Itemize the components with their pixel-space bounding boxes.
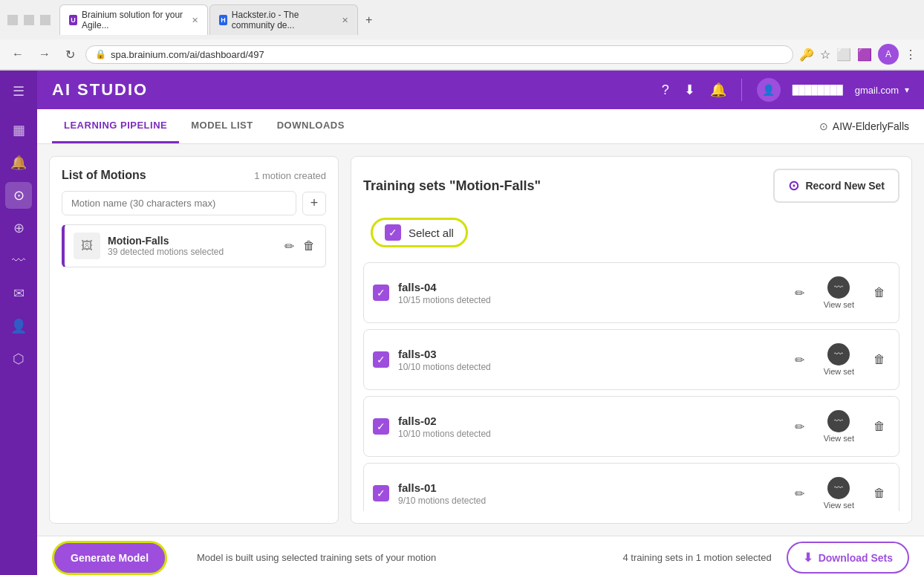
toolbar-icons: 🔑 ☆ ⬜ 🟪 A ⋮ bbox=[799, 44, 917, 65]
user-dropdown-icon[interactable]: ▾ bbox=[905, 85, 909, 95]
user-email: gmail.com bbox=[855, 85, 899, 96]
header-divider bbox=[741, 79, 742, 101]
set-name-falls04: falls-04 bbox=[398, 281, 781, 293]
set-sub-falls02: 10/10 motions detected bbox=[398, 429, 781, 439]
sidebar-code-icon[interactable]: ⬡ bbox=[5, 345, 32, 372]
tab-model-list[interactable]: MODEL LIST bbox=[179, 109, 264, 143]
star-icon[interactable]: ☆ bbox=[820, 48, 830, 62]
sidebar-notification-icon[interactable]: 🔔 bbox=[5, 149, 32, 176]
tab2-label: Hackster.io - The community de... bbox=[232, 10, 334, 30]
project-name-label: AIW-ElderlyFalls bbox=[833, 120, 909, 132]
browser-toolbar: ← → ↻ 🔒 spa.brainium.com/ai/dashboard/49… bbox=[0, 39, 924, 70]
training-set-item: ✓ falls-04 10/15 motions detected ✏ 〰 Vi… bbox=[363, 262, 899, 323]
record-new-set-button[interactable]: ⊙ Record New Set bbox=[773, 169, 899, 203]
edit-motion-button[interactable]: ✏ bbox=[283, 238, 296, 255]
motion-actions: ✏ 🗑 bbox=[283, 238, 316, 255]
set-checkbox-falls01[interactable]: ✓ bbox=[373, 485, 389, 501]
motion-name-input[interactable] bbox=[62, 191, 296, 215]
tab-learning-pipeline[interactable]: LEARNING PIPELINE bbox=[52, 109, 179, 143]
motion-info: Motion-Falls 39 detected motions selecte… bbox=[108, 235, 276, 257]
set-name-falls01: falls-01 bbox=[398, 481, 781, 494]
view-set-falls01[interactable]: 〰 View set bbox=[818, 474, 860, 511]
browser-tab-2[interactable]: H Hackster.io - The community de... ✕ bbox=[209, 4, 358, 35]
generate-model-button[interactable]: Generate Model bbox=[52, 541, 167, 575]
delete-set-falls04[interactable]: 🗑 bbox=[869, 283, 890, 302]
motion-name: Motion-Falls bbox=[108, 235, 276, 247]
sidebar-mail-icon[interactable]: ✉ bbox=[5, 280, 32, 307]
motion-thumbnail: 🖼 bbox=[74, 233, 100, 259]
extension-icon[interactable]: 🟪 bbox=[857, 48, 872, 62]
training-sets-list: ✓ falls-04 10/15 motions detected ✏ 〰 Vi… bbox=[363, 262, 899, 511]
help-icon[interactable]: ? bbox=[662, 82, 669, 98]
user-menu[interactable]: 👤 ████████ gmail.com ▾ bbox=[757, 78, 909, 102]
set-name-falls02: falls-02 bbox=[398, 415, 781, 427]
download-header-icon[interactable]: ⬇ bbox=[684, 82, 695, 98]
view-set-label-falls01: View set bbox=[824, 501, 854, 510]
tab2-favicon: H bbox=[219, 15, 227, 25]
set-actions-falls01: ✏ bbox=[790, 484, 809, 504]
tab-downloads[interactable]: DOWNLOADS bbox=[265, 109, 357, 143]
share-icon[interactable]: ⬜ bbox=[836, 48, 851, 62]
panel-header: List of Motions 1 motion created bbox=[62, 169, 326, 182]
back-button[interactable]: ← bbox=[7, 46, 28, 62]
sidebar-dashboard-icon[interactable]: ▦ bbox=[5, 117, 32, 143]
tab1-close[interactable]: ✕ bbox=[192, 16, 198, 25]
delete-motion-button[interactable]: 🗑 bbox=[302, 238, 316, 255]
download-sets-button[interactable]: ⬇ Download Sets bbox=[787, 542, 909, 574]
training-set-item: ✓ falls-01 9/10 motions detected ✏ 〰 Vie… bbox=[363, 463, 899, 511]
edit-set-falls02[interactable]: ✏ bbox=[790, 417, 809, 437]
view-set-icon-falls01: 〰 bbox=[827, 477, 850, 499]
tab2-close[interactable]: ✕ bbox=[342, 16, 348, 25]
edit-set-falls03[interactable]: ✏ bbox=[790, 350, 809, 370]
browser-tab-1[interactable]: U Brainium solution for your Agile... ✕ bbox=[59, 4, 208, 35]
set-info-falls03: falls-03 10/10 motions detected bbox=[398, 348, 781, 372]
training-panel: Training sets "Motion-Falls" ⊙ Record Ne… bbox=[351, 156, 912, 524]
forward-button[interactable]: → bbox=[34, 46, 55, 62]
key-icon[interactable]: 🔑 bbox=[799, 48, 814, 62]
bell-icon[interactable]: 🔔 bbox=[710, 82, 726, 98]
refresh-button[interactable]: ↻ bbox=[61, 46, 79, 63]
motion-sub: 39 detected motions selected bbox=[108, 247, 276, 257]
motion-count: 1 motion created bbox=[254, 170, 326, 181]
minimize-button[interactable] bbox=[7, 15, 18, 25]
panel-title: List of Motions bbox=[62, 169, 146, 182]
set-checkbox-falls02[interactable]: ✓ bbox=[373, 418, 389, 435]
select-all-checkbox[interactable]: ✓ bbox=[385, 224, 401, 241]
delete-set-falls02[interactable]: 🗑 bbox=[869, 417, 890, 436]
menu-icon[interactable]: ⋮ bbox=[905, 48, 917, 62]
header-actions: ? ⬇ 🔔 👤 ████████ gmail.com ▾ bbox=[662, 78, 909, 102]
edit-set-falls01[interactable]: ✏ bbox=[790, 484, 809, 504]
footer-status: 4 training sets in 1 motion selected bbox=[622, 552, 771, 563]
delete-set-falls01[interactable]: 🗑 bbox=[869, 484, 890, 503]
sidebar-settings-icon[interactable]: ⊕ bbox=[5, 215, 32, 241]
project-name: ⊙ AIW-ElderlyFalls bbox=[819, 120, 909, 132]
sidebar-ai-icon[interactable]: ⊙ bbox=[5, 182, 32, 209]
app-container: ☰ ▦ 🔔 ⊙ ⊕ 〰 ✉ 👤 ⬡ AI STUDIO ? ⬇ 🔔 👤 ████… bbox=[0, 71, 924, 575]
motion-item: 🖼 Motion-Falls 39 detected motions selec… bbox=[62, 224, 326, 267]
motion-input-row: + bbox=[62, 191, 326, 215]
sidebar-user-icon[interactable]: 👤 bbox=[5, 313, 32, 340]
add-motion-button[interactable]: + bbox=[302, 192, 326, 215]
view-set-falls02[interactable]: 〰 View set bbox=[818, 407, 860, 446]
new-tab-button[interactable]: + bbox=[359, 10, 378, 30]
avatar-icon[interactable]: A bbox=[878, 44, 899, 65]
set-name-falls03: falls-03 bbox=[398, 348, 781, 360]
view-set-falls03[interactable]: 〰 View set bbox=[818, 340, 860, 379]
set-checkbox-falls03[interactable]: ✓ bbox=[373, 351, 389, 368]
footer: Generate Model Model is built using sele… bbox=[37, 536, 924, 575]
address-bar[interactable]: 🔒 spa.brainium.com/ai/dashboard/497 bbox=[85, 45, 793, 64]
maximize-button[interactable] bbox=[24, 15, 34, 25]
browser-chrome: U Brainium solution for your Agile... ✕ … bbox=[0, 0, 924, 71]
close-button[interactable] bbox=[40, 15, 51, 25]
tab1-favicon: U bbox=[69, 15, 77, 25]
set-checkbox-falls04[interactable]: ✓ bbox=[373, 285, 389, 301]
select-all-label[interactable]: Select all bbox=[409, 227, 454, 239]
sidebar-signal-icon[interactable]: 〰 bbox=[5, 247, 32, 274]
edit-set-falls04[interactable]: ✏ bbox=[790, 283, 809, 303]
app-logo: AI STUDIO bbox=[52, 80, 662, 100]
main-content: AI STUDIO ? ⬇ 🔔 👤 ████████ gmail.com ▾ L… bbox=[37, 71, 924, 575]
view-set-falls04[interactable]: 〰 View set bbox=[818, 273, 860, 312]
sidebar-menu-icon[interactable]: ☰ bbox=[5, 78, 32, 105]
view-set-icon-falls03: 〰 bbox=[827, 343, 850, 366]
delete-set-falls03[interactable]: 🗑 bbox=[869, 350, 890, 369]
